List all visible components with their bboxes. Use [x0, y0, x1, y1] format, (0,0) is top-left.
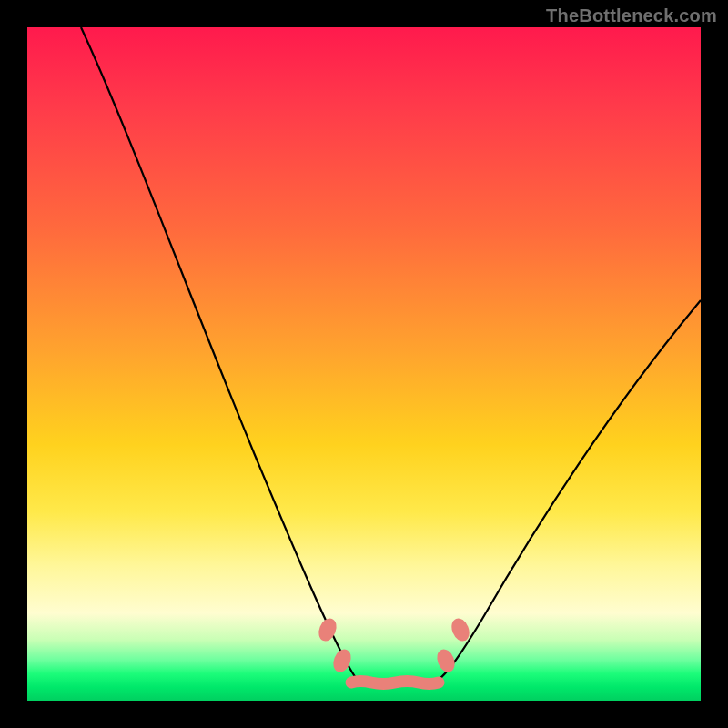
valley-floor-overlay [351, 682, 439, 684]
plot-area [27, 27, 701, 701]
attribution-watermark: TheBottleneck.com [546, 5, 717, 26]
chart-frame: TheBottleneck.com [0, 0, 728, 728]
left-curve [81, 27, 362, 684]
curve-layer [27, 27, 701, 701]
right-wall-marker-lower [434, 647, 458, 675]
right-curve [431, 300, 701, 684]
